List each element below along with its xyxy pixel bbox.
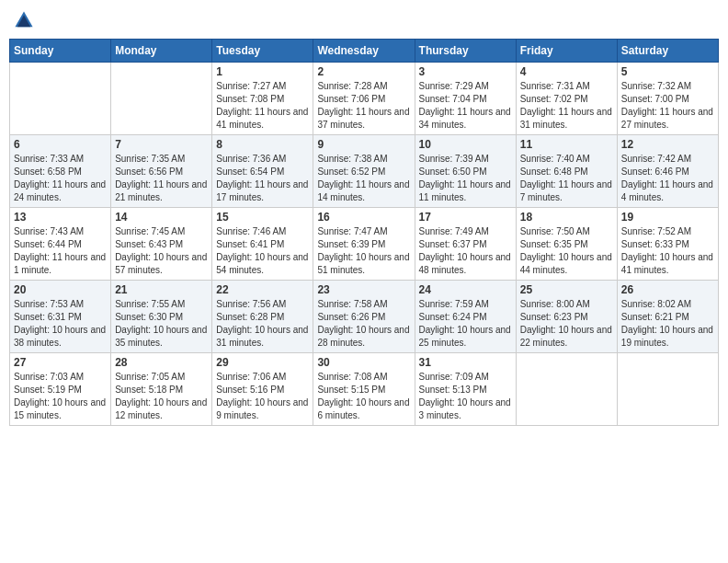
day-info: Sunrise: 7:42 AM Sunset: 6:46 PM Dayligh…: [621, 153, 714, 204]
day-number: 21: [115, 283, 208, 296]
calendar-cell: 11Sunrise: 7:40 AM Sunset: 6:48 PM Dayli…: [516, 135, 617, 208]
day-number: 12: [621, 138, 714, 151]
calendar-cell: [617, 353, 718, 426]
day-info: Sunrise: 7:58 AM Sunset: 6:26 PM Dayligh…: [317, 298, 410, 350]
day-number: 2: [317, 65, 410, 78]
calendar-cell: 20Sunrise: 7:53 AM Sunset: 6:31 PM Dayli…: [10, 281, 111, 353]
day-info: Sunrise: 7:46 AM Sunset: 6:41 PM Dayligh…: [216, 225, 309, 277]
calendar-cell: 28Sunrise: 7:05 AM Sunset: 5:18 PM Dayli…: [111, 353, 212, 426]
day-number: 31: [419, 356, 512, 369]
calendar-cell: 2Sunrise: 7:28 AM Sunset: 7:06 PM Daylig…: [313, 63, 415, 135]
day-info: Sunrise: 7:53 AM Sunset: 6:31 PM Dayligh…: [14, 298, 107, 350]
calendar-week-row: 13Sunrise: 7:43 AM Sunset: 6:44 PM Dayli…: [10, 208, 719, 281]
day-info: Sunrise: 7:52 AM Sunset: 6:33 PM Dayligh…: [621, 225, 714, 277]
day-info: Sunrise: 7:27 AM Sunset: 7:08 PM Dayligh…: [216, 80, 309, 132]
calendar-cell: 25Sunrise: 8:00 AM Sunset: 6:23 PM Dayli…: [516, 281, 617, 353]
day-number: 25: [520, 283, 613, 296]
page-header: [9, 9, 719, 31]
calendar-cell: 30Sunrise: 7:08 AM Sunset: 5:15 PM Dayli…: [313, 353, 415, 426]
calendar-cell: 6Sunrise: 7:33 AM Sunset: 6:58 PM Daylig…: [10, 135, 111, 208]
calendar-cell: 31Sunrise: 7:09 AM Sunset: 5:13 PM Dayli…: [415, 353, 516, 426]
calendar-cell: 21Sunrise: 7:55 AM Sunset: 6:30 PM Dayli…: [111, 281, 212, 353]
calendar-cell: 26Sunrise: 8:02 AM Sunset: 6:21 PM Dayli…: [617, 281, 718, 353]
calendar-cell: 10Sunrise: 7:39 AM Sunset: 6:50 PM Dayli…: [415, 135, 516, 208]
day-info: Sunrise: 7:03 AM Sunset: 5:19 PM Dayligh…: [14, 371, 107, 422]
day-info: Sunrise: 7:38 AM Sunset: 6:52 PM Dayligh…: [317, 153, 410, 204]
day-number: 27: [14, 356, 107, 369]
weekday-header: Sunday: [10, 40, 111, 63]
weekday-header: Saturday: [617, 40, 718, 63]
day-number: 17: [419, 211, 512, 224]
logo: [13, 9, 39, 31]
calendar-cell: 27Sunrise: 7:03 AM Sunset: 5:19 PM Dayli…: [10, 353, 111, 426]
weekday-header: Monday: [111, 40, 212, 63]
day-info: Sunrise: 7:55 AM Sunset: 6:30 PM Dayligh…: [115, 298, 208, 350]
weekday-header: Wednesday: [313, 40, 415, 63]
calendar-cell: 23Sunrise: 7:58 AM Sunset: 6:26 PM Dayli…: [313, 281, 415, 353]
day-number: 10: [419, 138, 512, 151]
day-number: 20: [14, 283, 107, 296]
calendar-cell: 7Sunrise: 7:35 AM Sunset: 6:56 PM Daylig…: [111, 135, 212, 208]
calendar-week-row: 1Sunrise: 7:27 AM Sunset: 7:08 PM Daylig…: [10, 63, 719, 135]
day-number: 22: [216, 283, 309, 296]
weekday-header: Friday: [516, 40, 617, 63]
day-number: 26: [621, 283, 714, 296]
calendar-cell: 24Sunrise: 7:59 AM Sunset: 6:24 PM Dayli…: [415, 281, 516, 353]
calendar-cell: [10, 63, 111, 135]
day-info: Sunrise: 8:02 AM Sunset: 6:21 PM Dayligh…: [621, 298, 714, 350]
calendar-week-row: 27Sunrise: 7:03 AM Sunset: 5:19 PM Dayli…: [10, 353, 719, 426]
day-info: Sunrise: 7:35 AM Sunset: 6:56 PM Dayligh…: [115, 153, 208, 204]
day-info: Sunrise: 7:56 AM Sunset: 6:28 PM Dayligh…: [216, 298, 309, 350]
calendar-cell: 16Sunrise: 7:47 AM Sunset: 6:39 PM Dayli…: [313, 208, 415, 281]
calendar-cell: 19Sunrise: 7:52 AM Sunset: 6:33 PM Dayli…: [617, 208, 718, 281]
day-info: Sunrise: 7:47 AM Sunset: 6:39 PM Dayligh…: [317, 225, 410, 277]
day-info: Sunrise: 7:36 AM Sunset: 6:54 PM Dayligh…: [216, 153, 309, 204]
day-info: Sunrise: 7:40 AM Sunset: 6:48 PM Dayligh…: [520, 153, 613, 204]
calendar-cell: 5Sunrise: 7:32 AM Sunset: 7:00 PM Daylig…: [617, 63, 718, 135]
day-number: 13: [14, 211, 107, 224]
day-info: Sunrise: 7:31 AM Sunset: 7:02 PM Dayligh…: [520, 80, 613, 132]
calendar-cell: 3Sunrise: 7:29 AM Sunset: 7:04 PM Daylig…: [415, 63, 516, 135]
calendar-cell: 15Sunrise: 7:46 AM Sunset: 6:41 PM Dayli…: [212, 208, 313, 281]
calendar-cell: 1Sunrise: 7:27 AM Sunset: 7:08 PM Daylig…: [212, 63, 313, 135]
calendar-cell: 22Sunrise: 7:56 AM Sunset: 6:28 PM Dayli…: [212, 281, 313, 353]
day-info: Sunrise: 7:05 AM Sunset: 5:18 PM Dayligh…: [115, 371, 208, 422]
day-info: Sunrise: 7:33 AM Sunset: 6:58 PM Dayligh…: [14, 153, 107, 204]
day-number: 5: [621, 65, 714, 78]
day-number: 14: [115, 211, 208, 224]
calendar-cell: 4Sunrise: 7:31 AM Sunset: 7:02 PM Daylig…: [516, 63, 617, 135]
day-info: Sunrise: 7:59 AM Sunset: 6:24 PM Dayligh…: [419, 298, 512, 350]
day-number: 3: [419, 65, 512, 78]
day-number: 29: [216, 356, 309, 369]
calendar-cell: 12Sunrise: 7:42 AM Sunset: 6:46 PM Dayli…: [617, 135, 718, 208]
day-info: Sunrise: 7:39 AM Sunset: 6:50 PM Dayligh…: [419, 153, 512, 204]
day-info: Sunrise: 8:00 AM Sunset: 6:23 PM Dayligh…: [520, 298, 613, 350]
day-info: Sunrise: 7:45 AM Sunset: 6:43 PM Dayligh…: [115, 225, 208, 277]
logo-icon: [13, 9, 35, 31]
day-number: 8: [216, 138, 309, 151]
day-info: Sunrise: 7:50 AM Sunset: 6:35 PM Dayligh…: [520, 225, 613, 277]
day-number: 18: [520, 211, 613, 224]
day-number: 9: [317, 138, 410, 151]
day-number: 7: [115, 138, 208, 151]
day-number: 23: [317, 283, 410, 296]
day-number: 28: [115, 356, 208, 369]
calendar-cell: 14Sunrise: 7:45 AM Sunset: 6:43 PM Dayli…: [111, 208, 212, 281]
weekday-header: Tuesday: [212, 40, 313, 63]
calendar-cell: 13Sunrise: 7:43 AM Sunset: 6:44 PM Dayli…: [10, 208, 111, 281]
day-number: 16: [317, 211, 410, 224]
day-info: Sunrise: 7:28 AM Sunset: 7:06 PM Dayligh…: [317, 80, 410, 132]
day-number: 1: [216, 65, 309, 78]
day-info: Sunrise: 7:06 AM Sunset: 5:16 PM Dayligh…: [216, 371, 309, 422]
calendar-week-row: 20Sunrise: 7:53 AM Sunset: 6:31 PM Dayli…: [10, 281, 719, 353]
day-number: 19: [621, 211, 714, 224]
weekday-header: Thursday: [415, 40, 516, 63]
day-info: Sunrise: 7:29 AM Sunset: 7:04 PM Dayligh…: [419, 80, 512, 132]
calendar-cell: 9Sunrise: 7:38 AM Sunset: 6:52 PM Daylig…: [313, 135, 415, 208]
calendar-week-row: 6Sunrise: 7:33 AM Sunset: 6:58 PM Daylig…: [10, 135, 719, 208]
day-number: 30: [317, 356, 410, 369]
day-info: Sunrise: 7:32 AM Sunset: 7:00 PM Dayligh…: [621, 80, 714, 132]
calendar-table: SundayMondayTuesdayWednesdayThursdayFrid…: [9, 39, 719, 426]
day-info: Sunrise: 7:49 AM Sunset: 6:37 PM Dayligh…: [419, 225, 512, 277]
day-number: 11: [520, 138, 613, 151]
